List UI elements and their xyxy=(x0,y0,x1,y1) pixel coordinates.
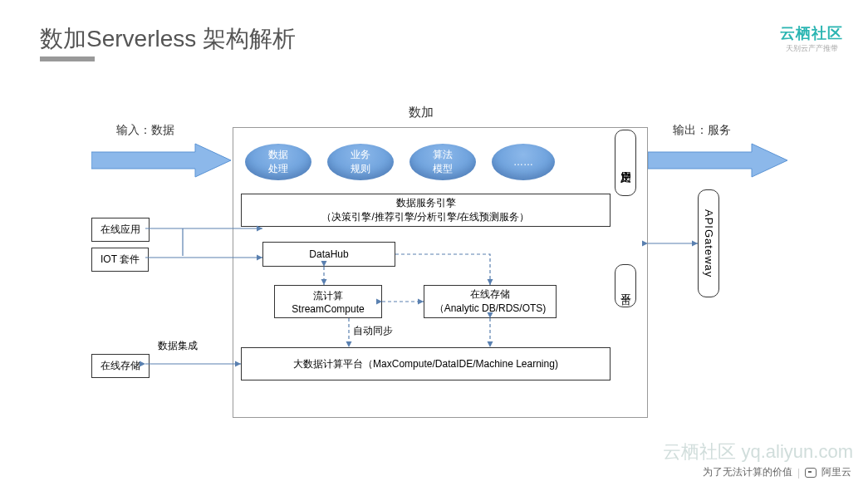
input-arrow xyxy=(91,140,233,181)
bubble-biz-rules: 业务 规则 xyxy=(327,144,394,180)
logo-text-main: 云栖社区 xyxy=(780,23,843,43)
vlabel-apigateway: APIGateway xyxy=(698,189,719,297)
bubble-more: …… xyxy=(492,144,555,180)
footer: 为了无法计算的价值 | 阿里云 xyxy=(703,465,851,479)
container-title: 数加 xyxy=(409,105,434,120)
service-engine-sub: （决策引擎/推荐引擎/分析引擎/在线预测服务） xyxy=(321,210,529,224)
bubble-data-process: 数据 处理 xyxy=(245,144,311,180)
output-arrow xyxy=(648,140,789,181)
svg-marker-1 xyxy=(648,144,787,177)
service-engine-title: 数据服务引擎 xyxy=(396,196,456,210)
svg-marker-0 xyxy=(91,144,231,177)
output-label: 输出：服务 xyxy=(673,123,731,138)
footer-tagline: 为了无法计算的价值 xyxy=(703,465,792,479)
vlabel-user-defined: 用户定义 xyxy=(615,130,636,196)
title-underline xyxy=(40,56,95,61)
ext-online-app: 在线应用 xyxy=(91,218,150,242)
slide-title: 数加Serverless 架构解析 xyxy=(40,23,296,55)
box-service-engine: 数据服务引擎 （决策引擎/推荐引擎/分析引擎/在线预测服务） xyxy=(241,194,611,227)
box-bigdata-compute: 大数据计算平台（MaxCompute/DataIDE/Machine Learn… xyxy=(241,347,611,380)
slide-root: 数加Serverless 架构解析 云栖社区 天别云产产推带 数加 输入：数据 … xyxy=(0,0,868,486)
footer-brand: 阿里云 xyxy=(821,465,851,479)
box-datahub: DataHub xyxy=(262,242,395,267)
footer-separator: | xyxy=(797,467,800,479)
bubble-algo-model: 算法 模型 xyxy=(409,144,476,180)
aliyun-icon xyxy=(805,468,817,478)
box-online-storage: 在线存储 （Analytic DB/RDS/OTS) xyxy=(424,285,557,318)
watermark: 云栖社区 yq.aliyun.com xyxy=(663,439,853,464)
logo-text-sub: 天别云产产推带 xyxy=(780,43,843,54)
ext-online-storage: 在线存储 xyxy=(91,354,150,378)
label-auto-sync: 自动同步 xyxy=(353,324,393,338)
label-data-integration: 数据集成 xyxy=(158,339,198,353)
ext-iot: IOT 套件 xyxy=(91,248,149,272)
box-streamcompute: 流计算 StreamCompute xyxy=(274,285,382,318)
logo-yunqi: 云栖社区 天别云产产推带 xyxy=(780,23,843,54)
input-label: 输入：数据 xyxy=(116,123,174,138)
vlabel-platform: 平台 xyxy=(615,264,636,307)
architecture-diagram: 数加 输入：数据 输出：服务 数据 处理 业务 规则 算法 模型 …… 用户定义… xyxy=(66,98,814,430)
